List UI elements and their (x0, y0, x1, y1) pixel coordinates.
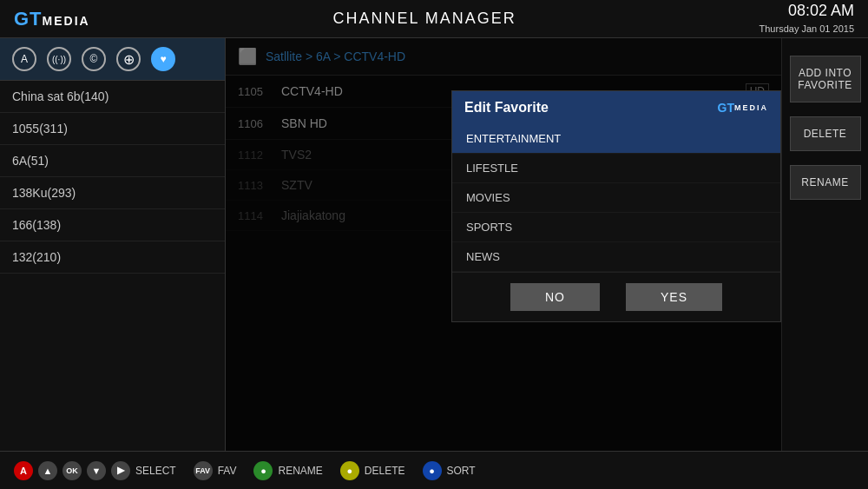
sat-item[interactable]: China sat 6b(140) (0, 81, 225, 113)
sort-label: SORT (447, 465, 476, 477)
clock-time: 08:02 AM (760, 2, 854, 20)
icon-copyright[interactable]: © (82, 47, 106, 71)
icon-favorite[interactable]: ♥ (151, 47, 175, 71)
bottom-item-select: A ▲ OK ▼ ▶ SELECT (14, 461, 176, 480)
btn-down-icon: ▼ (87, 461, 106, 480)
rename-button[interactable]: RENAME (790, 165, 861, 200)
btn-blue-icon: ● (423, 461, 442, 480)
modal-header: Edit Favorite GT MEDIA (452, 91, 780, 124)
logo-gt: GT (14, 8, 43, 30)
icon-network[interactable]: ⊕ (116, 47, 141, 71)
btn-right-icon: ▶ (111, 461, 130, 480)
icon-bar: A ((·)) © ⊕ ♥ (0, 38, 225, 81)
modal-overlay: Edit Favorite GT MEDIA ENTERTAINMENT LIF… (226, 38, 781, 451)
modal-logo-media: MEDIA (734, 103, 768, 112)
left-panel: A ((·)) © ⊕ ♥ China sat 6b(140) 1055(311… (0, 38, 226, 451)
logo-media: MEDIA (43, 14, 90, 28)
clock: 08:02 AM Thursday Jan 01 2015 (760, 2, 854, 36)
sat-item[interactable]: 166(138) (0, 209, 225, 241)
favorite-item-lifestyle[interactable]: LIFESTLE (452, 154, 780, 183)
modal-body: ENTERTAINMENT LIFESTLE MOVIES SPORTS NEW… (452, 124, 780, 272)
edit-favorite-modal: Edit Favorite GT MEDIA ENTERTAINMENT LIF… (451, 90, 781, 322)
modal-no-button[interactable]: NO (510, 283, 600, 311)
satellite-list: China sat 6b(140) 1055(311) 6A(51) 138Ku… (0, 81, 225, 274)
favorite-item-movies[interactable]: MOVIES (452, 183, 780, 213)
rename-label: RENAME (278, 465, 322, 477)
delete-label: DELETE (365, 465, 405, 477)
icon-all[interactable]: A (12, 47, 36, 71)
favorite-item-sports[interactable]: SPORTS (452, 213, 780, 242)
delete-button[interactable]: DELETE (790, 116, 861, 151)
sat-item[interactable]: 1055(311) (0, 113, 225, 145)
icon-signal[interactable]: ((·)) (47, 47, 71, 71)
btn-yellow-icon: ● (340, 461, 359, 480)
bottom-item-rename: ● RENAME (253, 461, 322, 480)
add-favorite-button[interactable]: ADD INTO FAVORITE (790, 56, 861, 102)
modal-yes-button[interactable]: YES (626, 283, 722, 311)
favorite-item-news[interactable]: NEWS (452, 242, 780, 272)
page-title: CHANNEL MANAGER (332, 10, 516, 28)
bottom-item-sort: ● SORT (423, 461, 476, 480)
bottom-item-delete: ● DELETE (340, 461, 405, 480)
modal-logo-gt: GT (718, 101, 734, 115)
modal-title: Edit Favorite (464, 100, 549, 116)
favorite-item-entertainment[interactable]: ENTERTAINMENT (452, 124, 780, 154)
sat-item[interactable]: 138Ku(293) (0, 177, 225, 209)
modal-footer: NO YES (452, 272, 780, 321)
main-area: A ((·)) © ⊕ ♥ China sat 6b(140) 1055(311… (0, 38, 868, 451)
btn-a-icon: A (14, 461, 33, 480)
select-label: SELECT (135, 465, 176, 477)
btn-green-icon: ● (253, 461, 273, 480)
right-panel: ⬜ Satllite > 6A > CCTV4-HD 1105 CCTV4-HD… (226, 38, 781, 451)
btn-up-icon: ▲ (38, 461, 57, 480)
side-buttons: ADD INTO FAVORITE DELETE RENAME (781, 38, 868, 451)
btn-fav-icon: FAV (194, 461, 213, 480)
btn-ok-icon: OK (62, 461, 82, 480)
bottom-item-fav: FAV FAV (194, 461, 237, 480)
clock-date: Thursday Jan 01 2015 (760, 23, 854, 34)
fav-label: FAV (218, 465, 237, 477)
top-bar: GT MEDIA CHANNEL MANAGER 08:02 AM Thursd… (0, 0, 868, 38)
bottom-bar: A ▲ OK ▼ ▶ SELECT FAV FAV ● RENAME ● DEL… (0, 451, 868, 489)
sat-item[interactable]: 132(210) (0, 241, 225, 274)
modal-logo: GT MEDIA (718, 101, 768, 115)
logo: GT MEDIA (14, 8, 90, 30)
sat-item[interactable]: 6A(51) (0, 145, 225, 177)
